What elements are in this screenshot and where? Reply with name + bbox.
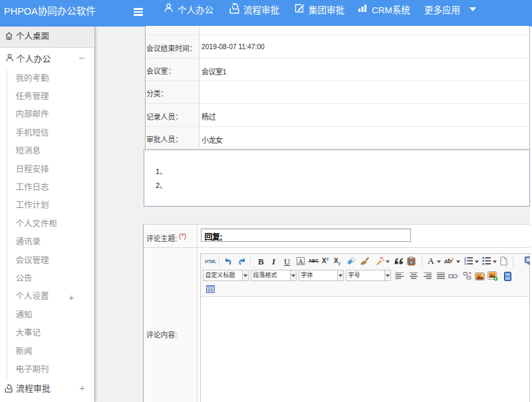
svg-text:3: 3 bbox=[464, 262, 466, 266]
svg-text:ab: ab bbox=[444, 258, 452, 264]
svg-text:T: T bbox=[410, 260, 413, 264]
